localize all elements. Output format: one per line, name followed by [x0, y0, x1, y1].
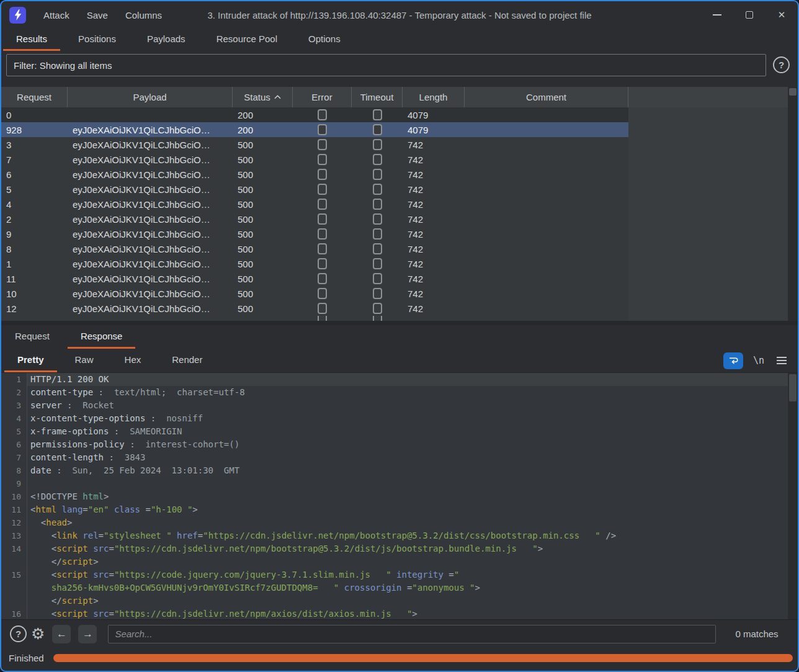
timeout-checkbox[interactable] — [373, 154, 382, 165]
cell-comment[interactable] — [465, 271, 628, 286]
cell-status[interactable]: 500 — [233, 271, 293, 286]
tab-positions[interactable]: Positions — [65, 29, 129, 51]
column-header-comment[interactable]: Comment — [465, 87, 628, 107]
column-header-payload[interactable]: Payload — [68, 87, 233, 107]
cell-comment[interactable] — [465, 256, 628, 271]
menu-columns[interactable]: Columns — [119, 6, 168, 24]
filter-help-icon[interactable]: ? — [773, 56, 790, 73]
tab-payloads[interactable]: Payloads — [134, 29, 199, 51]
cell-comment[interactable] — [465, 212, 628, 226]
timeout-checkbox[interactable] — [373, 124, 382, 135]
cell-status[interactable]: 500 — [233, 226, 293, 241]
search-settings-gear-icon[interactable]: ⚙ — [31, 626, 45, 642]
error-checkbox[interactable] — [318, 169, 327, 180]
menu-save[interactable]: Save — [81, 6, 114, 24]
cell-request[interactable]: 3 — [1, 137, 68, 152]
cell-request[interactable]: 4 — [1, 197, 68, 212]
cell-request[interactable]: 11 — [1, 271, 68, 286]
cell-request[interactable]: 928 — [1, 122, 68, 137]
cell-payload[interactable]: eyJ0eXAiOiJKV1QiLCJhbGciO… — [68, 137, 233, 152]
column-header-length[interactable]: Length — [403, 87, 465, 107]
cell-length[interactable]: 742 — [403, 226, 465, 241]
timeout-checkbox[interactable] — [373, 169, 382, 180]
response-editor[interactable]: 1HTTP/1.1 200 OK2content-type : text/htm… — [1, 373, 788, 619]
cell-payload[interactable]: eyJ0eXAiOiJKV1QiLCJhbGciO… — [68, 152, 233, 167]
editor-scrollbar[interactable] — [788, 373, 798, 619]
scrollbar-thumb[interactable] — [789, 88, 797, 96]
cell-status[interactable]: 500 — [233, 167, 293, 182]
results-table-scrollbar[interactable] — [788, 87, 798, 321]
timeout-checkbox[interactable] — [373, 109, 382, 120]
cell-length[interactable]: 742 — [403, 152, 465, 167]
cell-comment[interactable] — [465, 137, 628, 152]
cell-comment[interactable] — [465, 316, 628, 321]
search-input[interactable] — [108, 625, 716, 643]
previous-match-button[interactable]: ← — [52, 625, 71, 643]
cell-length[interactable]: 742 — [403, 182, 465, 197]
cell-status[interactable] — [233, 316, 293, 321]
timeout-checkbox[interactable] — [373, 213, 382, 225]
cell-length[interactable]: 742 — [403, 167, 465, 182]
cell-request[interactable]: 5 — [1, 182, 68, 197]
cell-length[interactable]: 742 — [403, 241, 465, 256]
cell-comment[interactable] — [465, 301, 628, 316]
cell-comment[interactable] — [465, 152, 628, 167]
error-checkbox[interactable] — [318, 199, 327, 210]
filter-bar[interactable]: Filter: Showing all items — [6, 54, 766, 76]
cell-status[interactable]: 500 — [233, 256, 293, 271]
column-header-status[interactable]: Status — [233, 87, 293, 107]
table-row[interactable]: 7eyJ0eXAiOiJKV1QiLCJhbGciO…500742 — [1, 152, 788, 167]
cell-payload[interactable] — [68, 107, 233, 122]
cell-status[interactable]: 500 — [233, 182, 293, 197]
cell-status[interactable]: 500 — [233, 286, 293, 301]
cell-payload[interactable]: eyJ0eXAiOiJKV1QiLCJhbGciO… — [68, 212, 233, 226]
cell-request[interactable]: 6 — [1, 167, 68, 182]
table-row-partial[interactable] — [1, 316, 788, 321]
cell-status[interactable]: 500 — [233, 212, 293, 226]
tab-raw[interactable]: Raw — [62, 349, 107, 372]
cell-payload[interactable]: eyJ0eXAiOiJKV1QiLCJhbGciO… — [68, 226, 233, 241]
cell-payload[interactable]: eyJ0eXAiOiJKV1QiLCJhbGciO… — [68, 122, 233, 137]
cell-request[interactable]: 10 — [1, 286, 68, 301]
table-row[interactable]: 3eyJ0eXAiOiJKV1QiLCJhbGciO…500742 — [1, 137, 788, 152]
error-checkbox[interactable] — [318, 316, 327, 321]
table-row[interactable]: 12eyJ0eXAiOiJKV1QiLCJhbGciO…500742 — [1, 301, 788, 316]
error-checkbox[interactable] — [318, 213, 327, 225]
table-row[interactable]: 9eyJ0eXAiOiJKV1QiLCJhbGciO…500742 — [1, 226, 788, 241]
timeout-checkbox[interactable] — [373, 228, 382, 240]
cell-request[interactable]: 0 — [1, 107, 68, 122]
show-newlines-toggle[interactable]: \n — [749, 355, 768, 366]
cell-status[interactable]: 500 — [233, 301, 293, 316]
cell-payload[interactable]: eyJ0eXAiOiJKV1QiLCJhbGciO… — [68, 271, 233, 286]
maximize-button[interactable] — [733, 4, 766, 26]
timeout-checkbox[interactable] — [373, 139, 382, 150]
column-header-timeout[interactable]: Timeout — [352, 87, 403, 107]
error-checkbox[interactable] — [318, 124, 327, 135]
cell-comment[interactable] — [465, 286, 628, 301]
tab-request[interactable]: Request — [2, 325, 63, 349]
minimize-button[interactable] — [701, 4, 733, 26]
timeout-checkbox[interactable] — [373, 288, 382, 299]
cell-request[interactable]: 2 — [1, 212, 68, 226]
menu-attack[interactable]: Attack — [37, 6, 76, 24]
cell-length[interactable]: 4079 — [403, 107, 465, 122]
next-match-button[interactable]: → — [78, 625, 97, 643]
cell-payload[interactable]: eyJ0eXAiOiJKV1QiLCJhbGciO… — [68, 256, 233, 271]
cell-length[interactable]: 742 — [403, 286, 465, 301]
cell-payload[interactable]: eyJ0eXAiOiJKV1QiLCJhbGciO… — [68, 301, 233, 316]
cell-payload[interactable]: eyJ0eXAiOiJKV1QiLCJhbGciO… — [68, 241, 233, 256]
error-checkbox[interactable] — [318, 184, 327, 195]
tab-pretty[interactable]: Pretty — [4, 349, 57, 372]
timeout-checkbox[interactable] — [373, 303, 382, 314]
close-button[interactable]: ✕ — [766, 4, 798, 26]
cell-status[interactable]: 200 — [233, 122, 293, 137]
error-checkbox[interactable] — [318, 139, 327, 150]
cell-comment[interactable] — [465, 226, 628, 241]
cell-length[interactable]: 742 — [403, 197, 465, 212]
cell-length[interactable]: 742 — [403, 271, 465, 286]
error-checkbox[interactable] — [318, 288, 327, 299]
cell-payload[interactable] — [68, 316, 233, 321]
table-row[interactable]: 5eyJ0eXAiOiJKV1QiLCJhbGciO…500742 — [1, 182, 788, 197]
table-row[interactable]: 8eyJ0eXAiOiJKV1QiLCJhbGciO…500742 — [1, 241, 788, 256]
tab-hex[interactable]: Hex — [112, 349, 154, 372]
